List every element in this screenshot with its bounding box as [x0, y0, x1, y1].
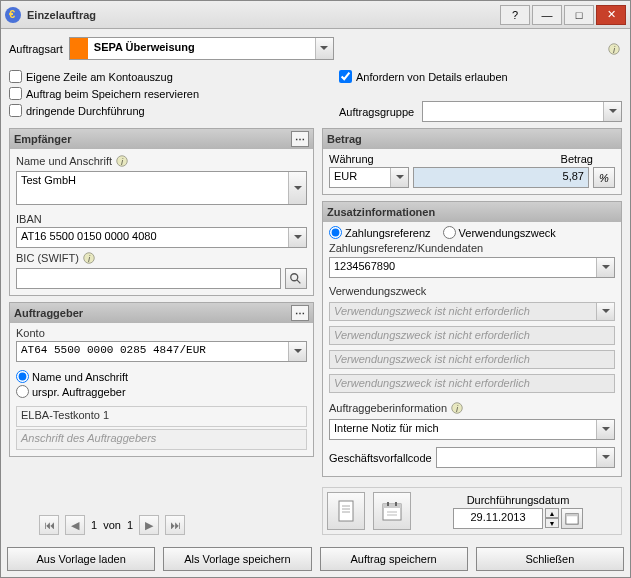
originfo-input[interactable]: Interne Notiz für mich [329, 419, 615, 440]
recipient-title: Empfänger [14, 133, 71, 145]
bic-input[interactable] [16, 268, 281, 289]
bic-label: BIC (SWIFT) [16, 252, 79, 264]
konto-select[interactable]: AT64 5500 0000 0285 4847/EUR [16, 341, 307, 362]
amount-input[interactable]: 5,87 [413, 167, 589, 188]
chevron-down-icon [596, 303, 614, 320]
extra-panel: Zusatzinformationen Zahlungsreferenz Ver… [322, 201, 622, 477]
gvc-label: Geschäftsvorfallcode [329, 452, 432, 464]
page-of-label: von [103, 519, 121, 531]
iban-label: IBAN [16, 213, 307, 225]
gvc-select[interactable] [436, 447, 615, 468]
ref-label: Zahlungsreferenz/Kundendaten [329, 242, 615, 254]
info-icon[interactable]: i [81, 250, 97, 266]
group-label: Auftragsgruppe [339, 106, 414, 118]
type-color-swatch [70, 38, 88, 59]
date-down-button[interactable]: ▼ [545, 518, 559, 528]
allow-details-checkbox[interactable]: Anfordern von Details erlauben [339, 70, 622, 83]
window-title: Einzelauftrag [27, 9, 500, 21]
chevron-down-icon[interactable] [596, 258, 614, 277]
minimize-button[interactable]: — [532, 5, 562, 25]
window: Einzelauftrag ? — □ ✕ Auftragsart SEPA Ü… [0, 0, 631, 578]
purpose-line-1: Verwendungszweck ist nicht erforderlich [329, 302, 615, 321]
search-button[interactable] [285, 268, 307, 289]
iban-input[interactable]: AT16 5500 0150 0000 4080 [16, 227, 307, 248]
app-icon [5, 7, 21, 23]
amount-label: Betrag [415, 153, 593, 165]
next-page-button[interactable]: ▶ [139, 515, 159, 535]
info-icon[interactable]: i [114, 153, 130, 169]
originator-orig-radio[interactable]: urspr. Auftraggeber [16, 385, 307, 398]
chevron-down-icon[interactable] [603, 102, 621, 121]
close-dialog-button[interactable]: Schließen [476, 547, 624, 571]
type-label: Auftragsart [9, 43, 63, 55]
currency-select[interactable]: EUR [329, 167, 409, 188]
purpose-radio[interactable]: Verwendungszweck [443, 226, 556, 239]
urgent-checkbox[interactable]: dringende Durchführung [9, 104, 339, 117]
amount-title: Betrag [327, 133, 362, 145]
titlebar: Einzelauftrag ? — □ ✕ [1, 1, 630, 29]
ref-input[interactable]: 1234567890 [329, 257, 615, 278]
page-total: 1 [127, 519, 133, 531]
konto-label: Konto [16, 327, 307, 339]
pager: ⏮ ◀ 1 von 1 ▶ ⏭ [9, 515, 314, 535]
originator-name-display: ELBA-Testkonto 1 [16, 406, 307, 427]
ref-radio[interactable]: Zahlungsreferenz [329, 226, 431, 239]
recipient-panel: Empfänger ⋯ Name und Anschrift i Test Gm… [9, 128, 314, 296]
save-template-button[interactable]: Als Vorlage speichern [163, 547, 311, 571]
recipient-name-label: Name und Anschrift [16, 155, 112, 167]
document-button[interactable] [327, 492, 365, 530]
group-select[interactable] [422, 101, 622, 122]
purpose-line-4: Verwendungszweck ist nicht erforderlich [329, 374, 615, 393]
currency-label: Währung [329, 153, 415, 165]
chevron-down-icon[interactable] [315, 38, 333, 59]
help-button[interactable]: ? [500, 5, 530, 25]
svg-point-6 [291, 273, 298, 280]
page-current: 1 [91, 519, 97, 531]
svg-line-7 [297, 279, 301, 283]
first-page-button[interactable]: ⏮ [39, 515, 59, 535]
date-input[interactable]: 29.11.2013 [453, 508, 543, 529]
reserve-checkbox[interactable]: Auftrag beim Speichern reservieren [9, 87, 339, 100]
svg-rect-10 [339, 501, 353, 521]
amount-panel: Betrag Währung Betrag EUR [322, 128, 622, 195]
originator-address-display: Anschrift des Auftraggebers [16, 429, 307, 450]
extra-title: Zusatzinformationen [327, 206, 435, 218]
percent-button[interactable]: % [593, 167, 615, 188]
own-line-checkbox[interactable]: Eigene Zeile am Kontoauszug [9, 70, 339, 83]
chevron-down-icon[interactable] [288, 228, 306, 247]
date-label: Durchführungsdatum [467, 494, 570, 506]
type-value: SEPA Überweisung [88, 38, 315, 59]
chevron-down-icon[interactable] [390, 168, 408, 187]
purpose-label: Verwendungszweck [329, 285, 615, 297]
recipient-name-input[interactable]: Test GmbH [16, 171, 307, 205]
date-panel: Durchführungsdatum 29.11.2013 ▲ ▼ [322, 487, 622, 535]
purpose-line-2: Verwendungszweck ist nicht erforderlich [329, 326, 615, 345]
chevron-down-icon[interactable] [596, 448, 614, 467]
info-icon[interactable]: i [606, 41, 622, 57]
originator-title: Auftraggeber [14, 307, 83, 319]
close-button[interactable]: ✕ [596, 5, 626, 25]
maximize-button[interactable]: □ [564, 5, 594, 25]
recipient-more-button[interactable]: ⋯ [291, 131, 309, 147]
save-order-button[interactable]: Auftrag speichern [320, 547, 468, 571]
svg-rect-21 [566, 514, 578, 517]
chevron-down-icon[interactable] [596, 420, 614, 439]
originator-panel: Auftraggeber ⋯ Konto AT64 5500 0000 0285… [9, 302, 314, 457]
svg-rect-15 [383, 504, 401, 508]
prev-page-button[interactable]: ◀ [65, 515, 85, 535]
date-picker-button[interactable] [561, 508, 583, 529]
purpose-line-3: Verwendungszweck ist nicht erforderlich [329, 350, 615, 369]
originator-name-radio[interactable]: Name und Anschrift [16, 370, 307, 383]
calendar-button[interactable] [373, 492, 411, 530]
originator-more-button[interactable]: ⋯ [291, 305, 309, 321]
originfo-label: Auftraggeberinformation [329, 402, 447, 414]
info-icon[interactable]: i [449, 400, 465, 416]
chevron-down-icon[interactable] [288, 342, 306, 361]
chevron-down-icon[interactable] [288, 172, 306, 204]
load-template-button[interactable]: Aus Vorlage laden [7, 547, 155, 571]
last-page-button[interactable]: ⏭ [165, 515, 185, 535]
type-select[interactable]: SEPA Überweisung [69, 37, 334, 60]
date-up-button[interactable]: ▲ [545, 508, 559, 518]
